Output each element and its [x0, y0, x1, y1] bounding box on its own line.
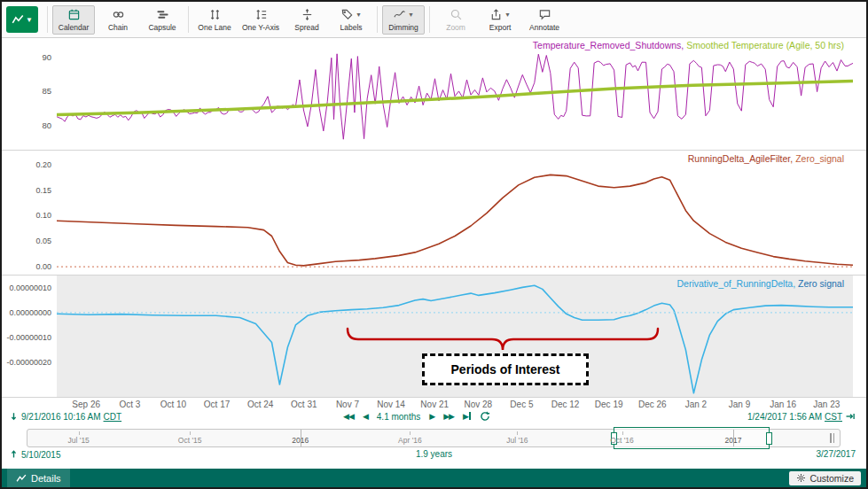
- lane-plot-area-1[interactable]: Temperature_Removed_Shutdowns, Smoothed …: [57, 37, 853, 150]
- toolbar-button-one-lane[interactable]: One Lane: [193, 5, 236, 35]
- selection-right-handle[interactable]: [766, 432, 772, 445]
- gear-icon: [796, 473, 806, 483]
- jump-to-now-button[interactable]: ▶: [463, 411, 471, 422]
- legend-item: Temperature_Removed_Shutdowns,: [533, 40, 686, 50]
- toolbar-button-capsule[interactable]: Capsule: [141, 5, 184, 35]
- toolbar-divider: [47, 6, 48, 33]
- lane-plot-1: [57, 37, 853, 150]
- timeline-tick: [517, 431, 518, 435]
- lane-yaxis-3[interactable]: 0.000000100.00000000-0.00000010-0.000000…: [2, 276, 57, 397]
- details-chart-icon: [16, 473, 27, 483]
- timeline-tick: [190, 431, 191, 435]
- tag-icon: [340, 8, 354, 21]
- export-icon: [489, 8, 503, 21]
- lane-plot-2: [57, 151, 853, 275]
- toolbar-button-chain[interactable]: Chain: [97, 5, 139, 35]
- lane-yaxis-1[interactable]: 908580: [2, 37, 57, 150]
- toolbar-button-label: Dimming: [388, 23, 418, 32]
- range-start-date: 5/10/2015: [21, 450, 61, 460]
- lane-plot-area-2[interactable]: RunningDelta_AgileFilter, Zero_signal: [57, 151, 853, 275]
- y-tick-label: 85: [42, 86, 51, 96]
- range-duration: 1.9 years: [416, 449, 452, 459]
- chevron-down-icon: ▼: [26, 16, 33, 24]
- y-tick-label: 0.05: [35, 237, 51, 245]
- lane-temperature[interactable]: 908580 Temperature_Removed_Shutdowns, Sm…: [2, 37, 866, 150]
- toolbar-button-label: Export: [489, 23, 512, 32]
- step-back-half-button[interactable]: ◀: [363, 411, 368, 422]
- series-RunningDelta_AgileFilter: [57, 175, 853, 266]
- y-tick-label: 0.10: [35, 211, 51, 220]
- timeline-label: 2017: [725, 436, 742, 445]
- toolbar-button-export[interactable]: ▼ Export: [479, 5, 521, 35]
- toolbar-button-zoom: Zoom: [434, 5, 477, 35]
- range-end-date: 3/27/2017: [817, 449, 856, 459]
- calendar-icon: [67, 8, 81, 21]
- timeline-label: Jul '15: [68, 436, 90, 445]
- periods-of-interest-label: Periods of Interest: [422, 353, 589, 385]
- speech-bubble-icon: [538, 8, 551, 21]
- chevron-down-icon: ▼: [408, 12, 414, 18]
- timeline-label: 2016: [292, 436, 309, 445]
- lane-running-delta[interactable]: 0.200.150.100.050.00 RunningDelta_AgileF…: [2, 150, 866, 275]
- toolbar-button-dimming[interactable]: ▼ Dimming: [382, 5, 425, 35]
- timeline-selection[interactable]: [614, 427, 770, 449]
- step-forward-full-button[interactable]: ▶▶: [443, 411, 454, 422]
- toolbar-button-label: Spread: [294, 23, 318, 32]
- toolbar-button-labels[interactable]: ▼ Labels: [330, 5, 372, 35]
- timeline-label: Apr '16: [398, 436, 422, 445]
- end-bar-icon: [469, 412, 471, 420]
- timeline-tick: [622, 431, 623, 435]
- toolbar-button-one-y-axis[interactable]: One Y-Axis: [238, 5, 284, 35]
- toolbar-button-label: Annotate: [529, 23, 559, 32]
- series-Smoothed_Temperature_Agile_50hrs: [57, 82, 853, 115]
- legend-item: Derivative_of_RunningDelta,: [676, 278, 798, 289]
- timeline-label: Oct '15: [178, 436, 202, 445]
- legend-item: Smoothed Temperature (Agile, 50 hrs): [686, 40, 844, 50]
- investigate-range-row: 5/10/2015 1.9 years 3/27/2017: [2, 447, 866, 463]
- legend-item: RunningDelta_AgileFilter,: [688, 153, 795, 164]
- toolbar-divider: [188, 6, 189, 33]
- y-tick-label: 0.20: [35, 160, 51, 169]
- legend-item: Zero_signal: [795, 153, 844, 164]
- toolbar-button-label: One Lane: [198, 23, 231, 32]
- time-navigation-row: 9/21/2016 10:16 AM CDT ◀◀ ◀ 4.1 months ▶…: [2, 408, 866, 426]
- duration-selector[interactable]: 4.1 months: [377, 412, 420, 422]
- toolbar-divider: [377, 6, 378, 33]
- toolbar-divider: [429, 6, 430, 33]
- y-tick-label: 0.00000000: [9, 308, 51, 317]
- lane-plot-area-3[interactable]: Periods of Interest Derivative_of_Runnin…: [57, 276, 853, 397]
- arrow-up-icon: [9, 449, 19, 460]
- toolbar-button-annotate[interactable]: Annotate: [523, 5, 566, 35]
- toolbar-button-spread[interactable]: Spread: [285, 5, 328, 35]
- customize-button[interactable]: Customize: [789, 471, 861, 485]
- chain-icon: [112, 8, 125, 21]
- display-range-start: 9/21/2016 10:16 AM CDT: [9, 411, 121, 422]
- refresh-icon[interactable]: [480, 411, 490, 422]
- one-y-axis-icon: [254, 8, 268, 21]
- start-timezone-link[interactable]: CDT: [104, 412, 122, 422]
- lane-yaxis-2[interactable]: 0.200.150.100.050.00: [2, 151, 57, 275]
- toolbar: ▼ Calendar Chain Capsule One Lane One Y-…: [2, 2, 866, 38]
- chevron-down-icon: ▼: [356, 12, 362, 18]
- y-tick-label: 90: [42, 51, 51, 61]
- arrow-to-end-icon: [845, 411, 856, 422]
- toolbar-button-label: Capsule: [148, 23, 176, 32]
- trend-view-logo-button[interactable]: ▼: [6, 6, 38, 33]
- step-forward-half-button[interactable]: ▶: [429, 411, 434, 422]
- toolbar-button-label: Chain: [108, 23, 128, 32]
- trend-chart-icon: [12, 13, 24, 26]
- app-window: ▼ Calendar Chain Capsule One Lane One Y-…: [0, 0, 868, 489]
- capsule-lanes-icon: [156, 8, 169, 21]
- y-tick-label: 0.00000010: [9, 283, 51, 292]
- range-start: 5/10/2015: [9, 449, 61, 460]
- timeline-end-grip[interactable]: [830, 433, 837, 443]
- timeline-tick: [79, 431, 80, 435]
- details-tab[interactable]: Details: [7, 469, 70, 487]
- y-tick-label: 0.00: [35, 262, 51, 271]
- step-back-full-button[interactable]: ◀◀: [343, 411, 354, 422]
- series-Temperature_Removed_Shutdowns: [57, 54, 853, 139]
- lane-derivative[interactable]: 0.000000100.00000000-0.00000010-0.000000…: [2, 275, 866, 397]
- end-timezone-link[interactable]: CST: [825, 412, 842, 422]
- timeline-track[interactable]: Jul '15Oct '152016Apr '16Jul '16Oct '162…: [27, 429, 841, 447]
- toolbar-button-calendar[interactable]: Calendar: [52, 5, 95, 35]
